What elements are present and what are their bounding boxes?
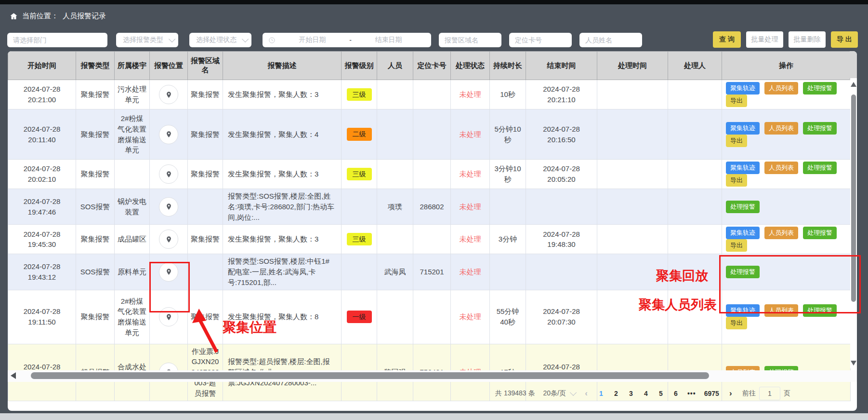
column-header: 报警描述 bbox=[223, 52, 342, 80]
cell-card-no bbox=[413, 225, 451, 254]
cell-description: 发生聚集报警，聚集人数：3 bbox=[223, 80, 342, 109]
page-numbers: 123456•••6975 bbox=[598, 390, 719, 397]
row-action-button[interactable]: 聚集轨迹 bbox=[726, 227, 760, 239]
cell-start-time: 2024-07-28 19:43:12 bbox=[8, 254, 76, 290]
date-range-picker[interactable]: 开始日期 - 结束日期 bbox=[263, 33, 431, 47]
row-action-button[interactable]: 导出 bbox=[726, 317, 747, 329]
row-action-button[interactable]: 人员列表 bbox=[764, 227, 798, 239]
row-action-button[interactable]: 聚集轨迹 bbox=[726, 82, 760, 95]
horizontal-scroll-thumb[interactable] bbox=[31, 372, 709, 379]
row-action-button[interactable]: 人员列表 bbox=[764, 162, 798, 174]
row-action-button[interactable]: 处理报警 bbox=[803, 82, 837, 95]
goto-page-input[interactable]: 1 bbox=[759, 387, 780, 400]
next-page-button[interactable]: › bbox=[727, 389, 734, 398]
page-ellipsis[interactable]: ••• bbox=[687, 390, 696, 397]
query-button[interactable]: 查 询 bbox=[713, 31, 741, 48]
cell-building: 原料单元 bbox=[115, 254, 150, 290]
cell-handle-status: 未处理 bbox=[451, 160, 490, 189]
row-action-button[interactable]: 聚集轨迹 bbox=[726, 122, 760, 135]
batch-delete-button[interactable]: 批量删除 bbox=[789, 31, 826, 48]
cell-end-time: 2024-07-28 20:05:20 bbox=[526, 160, 597, 189]
location-pin-icon[interactable] bbox=[159, 125, 178, 144]
cell-start-time: 2024-07-28 20:11:40 bbox=[8, 109, 76, 160]
annotation-position-label: 聚集位置 bbox=[223, 318, 276, 337]
cell-handle-time bbox=[597, 225, 668, 254]
screen: 当前位置： 人员报警记录 选择报警类型 选择处理状态 开始日期 - 结束日期 查… bbox=[0, 0, 868, 420]
window-top-edge bbox=[0, 0, 868, 4]
page-number[interactable]: 4 bbox=[643, 390, 649, 397]
scroll-down-icon[interactable] bbox=[851, 361, 856, 366]
alarm-level-badge: 一级 bbox=[347, 311, 372, 323]
page-number[interactable]: 2 bbox=[613, 390, 619, 397]
last-page-number[interactable]: 6975 bbox=[704, 390, 719, 397]
row-action-button[interactable]: 处理报警 bbox=[803, 162, 837, 174]
cell-start-time: 2024-07-28 20:21:00 bbox=[8, 80, 76, 109]
cell-level: 三级 bbox=[342, 225, 377, 254]
row-action-button[interactable]: 聚集轨迹 bbox=[726, 162, 760, 174]
person-name-input[interactable] bbox=[579, 33, 642, 47]
export-button[interactable]: 导 出 bbox=[831, 31, 858, 48]
page-number[interactable]: 1 bbox=[598, 390, 605, 397]
cell-alarm-type: 聚集报警 bbox=[76, 80, 115, 109]
breadcrumb: 当前位置： 人员报警记录 bbox=[10, 12, 106, 21]
table-body: 2024-07-28 20:21:00聚集报警污水处理单元聚集报警发生聚集报警，… bbox=[8, 80, 851, 401]
handle-status-select[interactable]: 选择处理状态 bbox=[189, 33, 251, 47]
location-pin-icon[interactable] bbox=[159, 85, 178, 104]
area-name-input[interactable] bbox=[439, 33, 501, 47]
cell-duration bbox=[490, 189, 526, 225]
cell-actions: 聚集轨迹人员列表处理报警导出 bbox=[722, 80, 851, 109]
cell-alarm-type: 聚集报警 bbox=[76, 290, 115, 344]
row-action-button[interactable]: 处理报警 bbox=[803, 122, 837, 135]
cell-building: 2#粉煤气化装置磨煤输送单元 bbox=[115, 290, 150, 344]
cell-actions: 聚集轨迹人员列表处理报警导出 bbox=[722, 160, 851, 189]
page-size-select[interactable]: 20条/页 bbox=[543, 389, 575, 398]
annotation-box-location bbox=[149, 262, 190, 312]
cell-start-time: 2024-07-28 20:02:10 bbox=[8, 160, 76, 189]
row-action-button[interactable]: 导出 bbox=[726, 95, 747, 107]
row-action-button[interactable]: 处理报警 bbox=[726, 201, 760, 213]
card-no-input[interactable] bbox=[509, 33, 572, 47]
cell-handle-time bbox=[597, 160, 668, 189]
handle-status-text: 未处理 bbox=[460, 170, 481, 178]
location-pin-icon[interactable] bbox=[159, 164, 178, 184]
handle-status-text: 未处理 bbox=[460, 90, 481, 98]
cell-building: 成品罐区 bbox=[115, 225, 150, 254]
scroll-up-icon[interactable] bbox=[851, 82, 856, 87]
cell-end-time: 2024-07-28 20:21:10 bbox=[526, 80, 597, 109]
cell-description: 发生聚集报警，聚集人数：4 bbox=[223, 109, 342, 160]
cell-handle-status: 未处理 bbox=[451, 109, 490, 160]
column-header: 报警区域名 bbox=[188, 52, 223, 80]
cell-alarm-type: SOS报警 bbox=[76, 254, 115, 290]
prev-page-button[interactable]: ‹ bbox=[583, 389, 590, 398]
location-pin-icon[interactable] bbox=[159, 197, 178, 217]
goto-suffix: 页 bbox=[784, 389, 790, 398]
row-action-button[interactable]: 人员列表 bbox=[764, 82, 798, 95]
department-input[interactable] bbox=[7, 33, 107, 47]
location-pin-icon[interactable] bbox=[159, 230, 178, 249]
cell-person bbox=[377, 290, 413, 344]
row-action-button[interactable]: 导出 bbox=[726, 135, 747, 147]
scroll-left-icon[interactable] bbox=[11, 372, 16, 379]
clock-icon bbox=[268, 37, 276, 44]
cell-card-no: 715201 bbox=[413, 254, 451, 290]
cell-description: 发生聚集报警，聚集人数：3 bbox=[223, 225, 342, 254]
cell-level: 三级 bbox=[342, 80, 377, 109]
column-header: 处理时间 bbox=[597, 52, 668, 80]
page-number[interactable]: 3 bbox=[628, 390, 634, 397]
vertical-scrollbar[interactable] bbox=[850, 78, 857, 368]
row-action-button[interactable]: 处理报警 bbox=[803, 227, 837, 239]
alarm-type-select[interactable]: 选择报警类型 bbox=[116, 33, 178, 47]
page-number[interactable]: 5 bbox=[658, 390, 664, 397]
table-row: 2024-07-28 19:45:30聚集报警成品罐区聚集报警发生聚集报警，聚集… bbox=[8, 225, 851, 254]
row-action-button[interactable]: 导出 bbox=[726, 239, 747, 252]
table-row: 2024-07-28 20:11:40聚集报警2#粉煤气化装置磨煤输送单元聚集报… bbox=[8, 109, 851, 160]
cell-card-no bbox=[413, 290, 451, 344]
row-action-button[interactable]: 人员列表 bbox=[764, 122, 798, 135]
row-action-button[interactable]: 导出 bbox=[726, 174, 747, 187]
column-header: 处理状态 bbox=[451, 52, 490, 80]
page-number[interactable]: 6 bbox=[672, 390, 679, 397]
batch-handle-button[interactable]: 批量处理 bbox=[746, 31, 783, 48]
home-icon[interactable] bbox=[10, 12, 18, 20]
horizontal-scrollbar[interactable] bbox=[8, 370, 857, 382]
cell-area-name: 聚集报警 bbox=[188, 80, 223, 109]
